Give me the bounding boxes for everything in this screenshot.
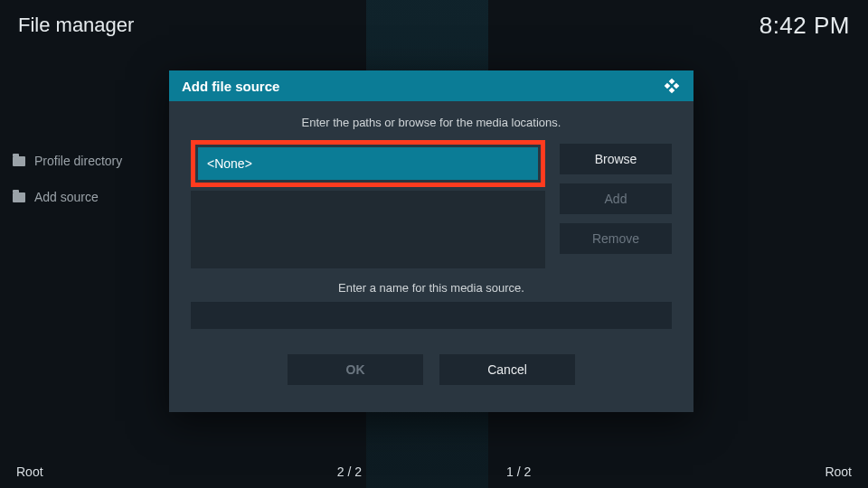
dialog-body: Enter the paths or browse for the media … [169,101,693,412]
ok-button[interactable]: OK [288,354,423,385]
file-list: Profile directory Add source [13,154,122,204]
list-item-label: Add source [34,190,99,204]
dialog-title: Add file source [182,79,279,94]
dialog-header: Add file source [169,70,693,101]
clock: 8:42 PM [760,12,850,40]
folder-icon [13,192,25,202]
source-name-input[interactable] [191,302,672,329]
browse-button[interactable]: Browse [560,144,672,174]
folder-icon [13,156,25,166]
path-input-value: <None> [207,156,252,171]
footer-left-label: Root [16,465,43,479]
path-input[interactable]: <None> [198,147,538,180]
kodi-logo-icon [663,77,681,95]
add-button[interactable]: Add [560,183,672,214]
list-item-label: Profile directory [34,154,122,168]
remove-button[interactable]: Remove [560,223,672,254]
path-list-area[interactable] [191,191,545,268]
cancel-button[interactable]: Cancel [439,354,575,385]
name-instruction: Enter a name for this media source. [191,281,672,295]
list-item[interactable]: Add source [13,190,122,204]
screen-title: File manager [18,14,134,37]
list-item[interactable]: Profile directory [13,154,122,168]
footer-bar: Root Root [0,455,868,488]
path-instruction: Enter the paths or browse for the media … [191,116,672,129]
path-input-highlight: <None> [191,140,545,187]
top-bar: File manager 8:42 PM [0,0,868,51]
add-file-source-dialog: Add file source Enter the paths or brows… [169,70,693,412]
footer-right-label: Root [825,465,852,479]
